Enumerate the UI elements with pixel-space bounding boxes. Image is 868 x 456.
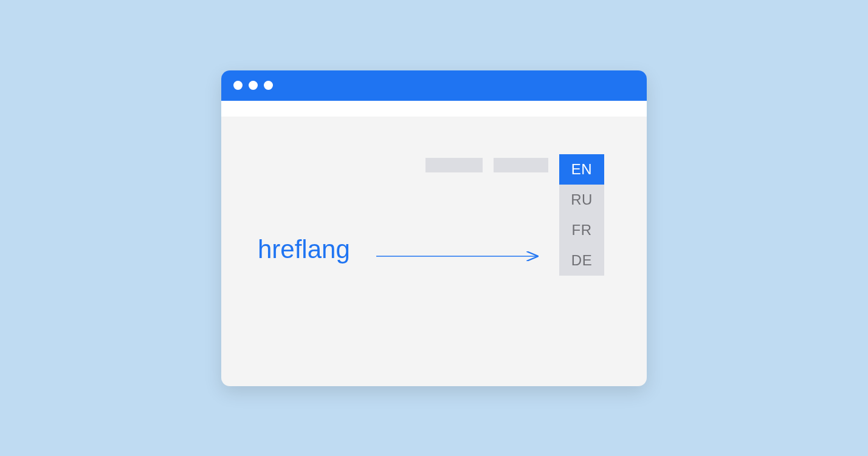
language-option-selected[interactable]: EN [559,154,604,185]
hreflang-label: hreflang [258,235,350,264]
address-bar-placeholder [221,101,647,117]
browser-title-bar [221,70,647,101]
window-dot-icon [249,81,258,90]
browser-window: EN RU FR DE hreflang [221,70,647,386]
browser-content: EN RU FR DE hreflang [221,117,647,386]
language-dropdown[interactable]: EN RU FR DE [559,154,604,276]
language-option[interactable]: RU [559,185,604,215]
window-dot-icon [264,81,273,90]
arrow-icon [376,250,546,262]
language-option[interactable]: FR [559,215,604,245]
nav-item-placeholder [494,158,548,172]
nav-item-placeholder [425,158,483,172]
window-dot-icon [233,81,243,90]
language-option[interactable]: DE [559,245,604,276]
